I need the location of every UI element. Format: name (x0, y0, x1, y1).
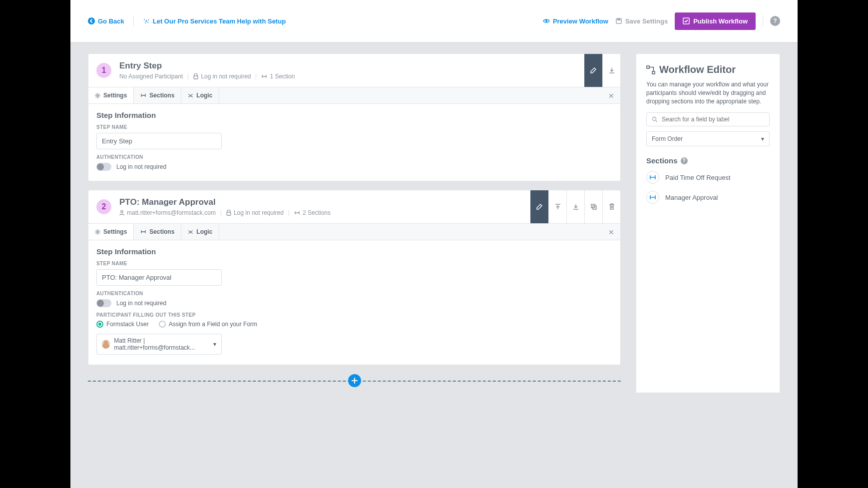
panel-heading: Step Information (96, 111, 612, 119)
save-settings-button[interactable]: Save Settings (615, 17, 668, 25)
tab-label: Settings (103, 92, 127, 99)
save-icon (615, 17, 622, 24)
publish-workflow-button[interactable]: Publish Workflow (675, 12, 756, 30)
svg-rect-10 (194, 76, 198, 79)
step-title: PTO: Manager Approval (119, 197, 331, 207)
trash-icon (608, 203, 616, 211)
selected-user-label: Matt Ritter | matt.ritter+forms@formstac… (114, 337, 216, 351)
go-back-label: Go Back (98, 17, 124, 25)
logic-icon (188, 93, 193, 98)
tab-sections[interactable]: Sections (134, 87, 181, 103)
tab-logic[interactable]: Logic (181, 224, 219, 240)
delete-step-button[interactable] (602, 190, 620, 223)
eye-icon (543, 17, 550, 24)
lock-icon (226, 210, 231, 216)
step-name-input[interactable] (96, 269, 222, 286)
back-arrow-icon (88, 17, 95, 24)
top-toolbar: Go Back Let Our Pro Services Team Help w… (70, 0, 798, 42)
auth-label: AUTHENTICATION (96, 154, 612, 160)
radio-formstack-user[interactable]: Formstack User (96, 321, 149, 328)
svg-point-11 (97, 94, 99, 96)
step-number-badge: 2 (96, 199, 111, 214)
divider (763, 15, 763, 26)
insert-below-button[interactable] (566, 190, 584, 223)
insert-below-icon (572, 203, 580, 211)
side-panel-title: Workflow Editor (646, 64, 770, 75)
section-icon (140, 229, 146, 234)
tab-label: Sections (149, 228, 174, 235)
publish-label: Publish Workflow (693, 17, 748, 25)
check-icon (683, 17, 690, 24)
tab-label: Sections (149, 92, 174, 99)
insert-below-icon (608, 66, 616, 74)
svg-rect-13 (227, 212, 231, 215)
pencil-icon (589, 66, 597, 74)
search-input[interactable] (662, 116, 764, 123)
step-panel-body: Step Information STEP NAME AUTHENTICATIO… (88, 240, 620, 365)
person-icon (119, 210, 124, 216)
go-back-button[interactable]: Go Back (88, 17, 124, 25)
auth-text: Log in not required (234, 209, 284, 216)
section-icon (294, 210, 300, 215)
section-item-label: Paid Time Off Request (665, 174, 731, 181)
tab-settings[interactable]: Settings (88, 87, 134, 103)
help-button[interactable]: ? (770, 16, 780, 26)
insert-above-button[interactable] (548, 190, 566, 223)
radio-assign-field[interactable]: Assign from a Field on your Form (159, 321, 257, 328)
tab-label: Logic (196, 228, 212, 235)
svg-point-4 (145, 22, 146, 23)
tab-logic[interactable]: Logic (181, 87, 219, 103)
participant-label: PARTICIPANT FILLING OUT THIS STEP (96, 312, 612, 318)
svg-point-2 (144, 19, 145, 20)
step-tabs: Settings Sections Logic ✕ (88, 223, 620, 240)
field-search[interactable] (646, 112, 770, 126)
section-item[interactable]: Manager Approval (646, 191, 770, 204)
duplicate-step-button[interactable] (584, 190, 602, 223)
auth-toggle[interactable] (96, 163, 111, 171)
auth-text: Log in not required (201, 73, 251, 80)
auth-toggle[interactable] (96, 299, 111, 307)
edit-step-button[interactable] (530, 190, 548, 223)
chevron-down-icon: ▾ (761, 135, 764, 142)
workflow-editor-panel: Workflow Editor You can manage your work… (636, 53, 780, 393)
svg-point-16 (97, 231, 99, 233)
section-item[interactable]: Paid Time Off Request (646, 171, 770, 184)
tab-label: Logic (196, 92, 212, 99)
tab-sections[interactable]: Sections (134, 224, 181, 240)
preview-workflow-button[interactable]: Preview Workflow (543, 17, 608, 25)
section-count: 1 Section (270, 73, 295, 80)
close-panel-button[interactable]: ✕ (608, 228, 614, 236)
order-select-label: Form Order (652, 135, 683, 142)
participant-select[interactable]: Matt Ritter | matt.ritter+forms@formstac… (96, 334, 222, 355)
svg-point-12 (121, 210, 123, 212)
side-description: You can manage your workflow and what yo… (646, 80, 770, 105)
help-icon[interactable]: ? (681, 157, 688, 164)
tab-settings[interactable]: Settings (88, 224, 134, 240)
svg-point-1 (145, 20, 147, 22)
step-header: 1 Entry Step No Assigned Participant Log… (88, 54, 620, 87)
sections-heading: Sections ? (646, 156, 770, 165)
participant-label: matt.ritter+forms@formstack.com (127, 209, 216, 216)
radio-label: Assign from a Field on your Form (169, 321, 257, 328)
sparkle-icon (143, 17, 150, 24)
step-header: 2 PTO: Manager Approval matt.ritter+form… (88, 190, 620, 223)
close-panel-button[interactable]: ✕ (608, 92, 614, 100)
section-icon (140, 93, 146, 98)
pro-services-button[interactable]: Let Our Pro Services Team Help with Setu… (143, 17, 286, 25)
order-select[interactable]: Form Order ▾ (646, 131, 770, 146)
svg-rect-18 (652, 71, 655, 74)
add-step-button[interactable] (348, 374, 361, 387)
insert-below-button[interactable] (602, 54, 620, 87)
step-name-input[interactable] (96, 133, 222, 149)
step-tabs: Settings Sections Logic ✕ (88, 87, 620, 103)
side-title-text: Workflow Editor (659, 64, 736, 75)
section-item-label: Manager Approval (665, 194, 718, 201)
step-name-label: STEP NAME (96, 124, 612, 130)
divider (133, 15, 134, 26)
step-title: Entry Step (119, 61, 295, 71)
logic-icon (188, 229, 193, 235)
section-count: 2 Sections (303, 209, 331, 216)
gear-icon (95, 93, 100, 98)
save-label: Save Settings (625, 17, 668, 25)
edit-step-button[interactable] (584, 54, 602, 87)
